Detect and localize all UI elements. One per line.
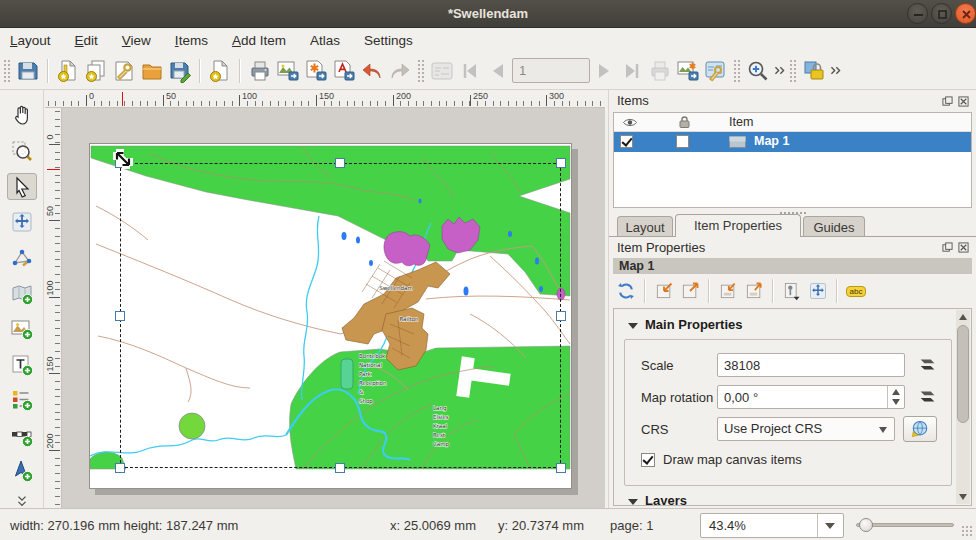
scroll-up-icon[interactable] <box>959 314 967 320</box>
menu-settings[interactable]: Settings <box>364 33 413 48</box>
add-map-button[interactable] <box>7 280 37 307</box>
zoom-toolbar-overflow[interactable] <box>772 57 786 85</box>
layers-section-header[interactable]: Layers <box>628 493 687 506</box>
toolbox-overflow[interactable] <box>7 494 37 508</box>
toolbar-drag-handle[interactable] <box>3 59 11 83</box>
duplicate-layout-button[interactable] <box>82 57 110 85</box>
lock-checkbox[interactable] <box>676 135 689 148</box>
interactively-edit-extent-button[interactable] <box>779 279 805 303</box>
menu-layout[interactable]: Layout <box>10 33 51 48</box>
set-scale-to-canvas-button[interactable] <box>715 279 741 303</box>
save-project-button[interactable] <box>14 57 42 85</box>
scale-input[interactable] <box>717 353 905 377</box>
view-scale-in-canvas-button[interactable] <box>741 279 767 303</box>
resize-handle-s[interactable] <box>335 463 345 473</box>
scrollbar-thumb[interactable] <box>957 325 969 423</box>
ruler-label: 150 <box>319 91 334 101</box>
move-map-content-button[interactable] <box>805 279 831 303</box>
zoom-tool-button[interactable] <box>7 138 37 165</box>
atlas-preview-icon <box>430 59 454 83</box>
scale-data-defined-button[interactable] <box>913 353 943 377</box>
print-button[interactable] <box>246 57 274 85</box>
zoom-slider[interactable] <box>856 523 954 527</box>
map-rotation-spinbox[interactable]: 0,00 ° <box>717 385 905 409</box>
draw-map-canvas-items-checkbox[interactable] <box>641 453 655 467</box>
redo-button <box>386 57 414 85</box>
add-picture-button[interactable] <box>7 316 37 343</box>
scroll-down-icon[interactable] <box>959 494 967 500</box>
open-button[interactable] <box>138 57 166 85</box>
tab-layout[interactable]: Layout <box>617 216 673 237</box>
toolbar-drag-handle[interactable] <box>733 59 741 83</box>
lock-items-button[interactable] <box>800 57 828 85</box>
map-item-icon <box>729 136 746 148</box>
add-label-button[interactable] <box>7 351 37 378</box>
new-report-button[interactable] <box>206 57 234 85</box>
draw-map-canvas-items-label: Draw map canvas items <box>663 452 802 467</box>
menu-view[interactable]: View <box>122 33 151 48</box>
resize-handle-se[interactable] <box>556 463 566 473</box>
close-button[interactable] <box>955 3 976 24</box>
menu-add-item[interactable]: Add Item <box>232 33 286 48</box>
crs-select-button[interactable] <box>903 416 937 442</box>
resize-handle-n[interactable] <box>335 158 345 168</box>
spinner-arrows[interactable] <box>887 386 904 408</box>
visibility-checkbox[interactable] <box>620 135 633 148</box>
float-panel-icon[interactable] <box>942 96 954 108</box>
chevron-down-double-icon <box>15 494 29 508</box>
atlas-settings-button[interactable] <box>702 57 730 85</box>
resize-handle-sw[interactable] <box>115 463 125 473</box>
minimize-button[interactable] <box>907 3 928 24</box>
add-scalebar-button[interactable] <box>7 423 37 450</box>
set-extent-to-canvas-button[interactable] <box>651 279 677 303</box>
map-item-selection-frame[interactable] <box>120 163 561 468</box>
add-legend-button[interactable] <box>7 387 37 414</box>
dropdown-arrow-icon <box>825 523 835 529</box>
undo-button[interactable] <box>358 57 386 85</box>
resize-handle-w[interactable] <box>115 311 125 321</box>
layout-canvas[interactable]: Swellendam Railton Bontebok National Par… <box>62 108 605 508</box>
tab-guides[interactable]: Guides <box>803 216 865 237</box>
crs-combobox[interactable]: Use Project CRS <box>717 417 895 441</box>
close-panel-icon[interactable] <box>958 242 970 254</box>
tab-item-properties[interactable]: Item Properties <box>675 214 801 237</box>
resize-handle-e[interactable] <box>556 311 566 321</box>
refresh-map-button[interactable] <box>613 279 639 303</box>
map1-tree-row[interactable]: Map 1 <box>614 132 971 152</box>
menu-atlas[interactable]: Atlas <box>310 33 340 48</box>
close-panel-icon[interactable] <box>958 96 970 108</box>
properties-scrollbar[interactable] <box>956 310 970 504</box>
select-move-item-tool-button[interactable] <box>7 173 37 200</box>
zoom-dropdown-button[interactable] <box>817 514 843 537</box>
ruler-label: 200 <box>396 91 411 101</box>
window-resize-grip[interactable] <box>961 525 973 537</box>
ruler-label: 0 <box>89 91 94 101</box>
resize-handle-ne[interactable] <box>556 158 566 168</box>
move-item-content-tool-button[interactable] <box>7 209 37 236</box>
zoom-slider-handle[interactable] <box>859 518 873 532</box>
export-atlas-button[interactable] <box>674 57 702 85</box>
new-layout-button[interactable] <box>54 57 82 85</box>
view-extent-in-canvas-button[interactable] <box>677 279 703 303</box>
layout-manager-button[interactable] <box>110 57 138 85</box>
zoom-level-combobox[interactable]: 43.4% <box>700 513 844 538</box>
export-pdf-button[interactable] <box>330 57 358 85</box>
pan-tool-button[interactable] <box>7 102 37 129</box>
export-image-button[interactable] <box>274 57 302 85</box>
labeling-settings-button[interactable]: abc <box>843 279 869 303</box>
menu-items[interactable]: Items <box>175 33 208 48</box>
zoom-in-button[interactable] <box>744 57 772 85</box>
export-svg-button[interactable] <box>302 57 330 85</box>
atlas-feature-input <box>512 58 590 83</box>
lock-toolbar-overflow[interactable] <box>828 57 842 85</box>
main-properties-section-header[interactable]: Main Properties <box>628 317 743 332</box>
add-north-arrow-button[interactable] <box>7 458 37 485</box>
menu-edit[interactable]: Edit <box>75 33 98 48</box>
toolbar-drag-handle[interactable] <box>789 59 797 83</box>
maximize-button[interactable] <box>931 3 952 24</box>
float-panel-icon[interactable] <box>942 242 954 254</box>
toolbar-drag-handle[interactable] <box>417 59 425 83</box>
edit-nodes-item-tool-button[interactable] <box>7 245 37 272</box>
save-as-button[interactable] <box>166 57 194 85</box>
rotation-data-defined-button[interactable] <box>913 385 943 409</box>
